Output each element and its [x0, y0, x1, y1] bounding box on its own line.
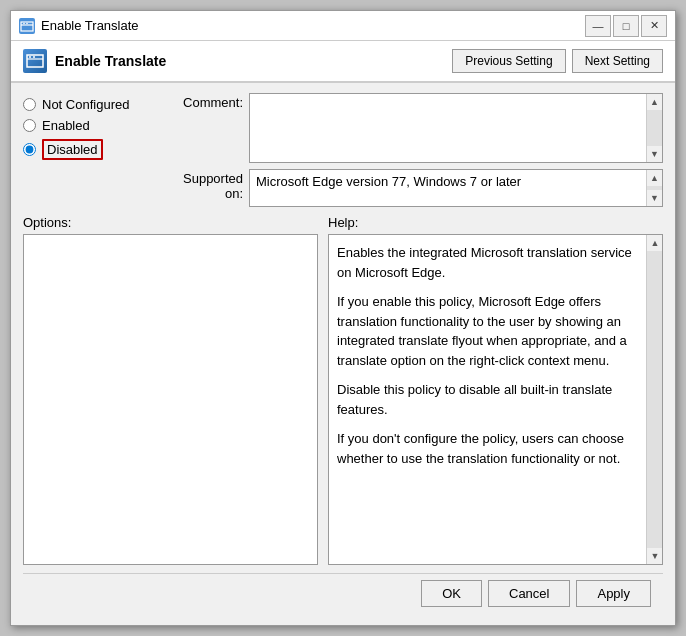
section-labels-row: Options: Help:: [23, 215, 663, 230]
fields-section: Comment: ▲ ▼ Supported on: Microsoft Edg…: [163, 93, 663, 207]
options-panel[interactable]: [23, 234, 318, 565]
comment-scroll-track: [647, 110, 662, 146]
bottom-section: Enables the integrated Microsoft transla…: [23, 234, 663, 565]
ok-button[interactable]: OK: [421, 580, 482, 607]
svg-point-7: [33, 56, 35, 58]
supported-scroll-down[interactable]: ▼: [647, 190, 663, 206]
window-title: Enable Translate: [41, 18, 139, 33]
options-label-container: Options:: [23, 215, 318, 230]
help-text-area: Enables the integrated Microsoft transla…: [329, 235, 646, 564]
help-para-1: Enables the integrated Microsoft transla…: [337, 243, 638, 282]
comment-row: Comment: ▲ ▼: [163, 93, 663, 163]
help-label-container: Help:: [328, 215, 663, 230]
header-left: Enable Translate: [23, 49, 166, 73]
supported-row: Supported on: Microsoft Edge version 77,…: [163, 169, 663, 207]
help-label: Help:: [328, 213, 358, 232]
help-para-4: If you don't configure the policy, users…: [337, 429, 638, 468]
title-controls: — □ ✕: [585, 15, 667, 37]
comment-scroll-down[interactable]: ▼: [647, 146, 663, 162]
svg-point-2: [23, 22, 25, 24]
maximize-button[interactable]: □: [613, 15, 639, 37]
next-setting-button[interactable]: Next Setting: [572, 49, 663, 73]
minimize-button[interactable]: —: [585, 15, 611, 37]
help-scrollbar: ▲ ▼: [646, 235, 662, 564]
comment-scrollbar: ▲ ▼: [646, 94, 662, 162]
comment-field-wrapper: ▲ ▼: [249, 93, 663, 163]
disabled-radio[interactable]: [23, 143, 36, 156]
supported-scrollbar: ▲ ▼: [646, 170, 662, 206]
help-para-2: If you enable this policy, Microsoft Edg…: [337, 292, 638, 370]
enabled-label: Enabled: [42, 118, 90, 133]
supported-label: Supported on:: [163, 169, 243, 201]
close-button[interactable]: ✕: [641, 15, 667, 37]
help-scroll-track: [647, 251, 662, 548]
header-title: Enable Translate: [55, 53, 166, 69]
svg-point-6: [29, 56, 31, 58]
header-icon: [23, 49, 47, 73]
prev-setting-button[interactable]: Previous Setting: [452, 49, 565, 73]
supported-scroll-up[interactable]: ▲: [647, 170, 663, 186]
svg-point-3: [26, 22, 28, 24]
main-content: Not Configured Enabled Disabled Comment:: [11, 83, 675, 625]
apply-button[interactable]: Apply: [576, 580, 651, 607]
help-scroll-down[interactable]: ▼: [647, 548, 663, 564]
help-scroll-up[interactable]: ▲: [647, 235, 663, 251]
top-section: Not Configured Enabled Disabled Comment:: [23, 93, 663, 207]
title-bar: Enable Translate — □ ✕: [11, 11, 675, 41]
help-panel: Enables the integrated Microsoft transla…: [328, 234, 663, 565]
cancel-button[interactable]: Cancel: [488, 580, 570, 607]
disabled-option[interactable]: Disabled: [23, 139, 153, 160]
supported-value: Microsoft Edge version 77, Windows 7 or …: [250, 170, 646, 206]
options-label: Options:: [23, 213, 71, 232]
comment-scroll-up[interactable]: ▲: [647, 94, 663, 110]
footer: OK Cancel Apply: [23, 573, 663, 615]
not-configured-radio[interactable]: [23, 98, 36, 111]
comment-field[interactable]: [250, 94, 646, 162]
main-window: Enable Translate — □ ✕ Enable Translate …: [10, 10, 676, 626]
window-icon: [19, 18, 35, 34]
supported-field-wrapper: Microsoft Edge version 77, Windows 7 or …: [249, 169, 663, 207]
header-buttons: Previous Setting Next Setting: [452, 49, 663, 73]
radio-group: Not Configured Enabled Disabled: [23, 93, 153, 207]
comment-label: Comment:: [163, 93, 243, 110]
help-para-3: Disable this policy to disable all built…: [337, 380, 638, 419]
enabled-option[interactable]: Enabled: [23, 118, 153, 133]
disabled-label: Disabled: [42, 139, 103, 160]
enabled-radio[interactable]: [23, 119, 36, 132]
title-bar-left: Enable Translate: [19, 18, 139, 34]
header-panel: Enable Translate Previous Setting Next S…: [11, 41, 675, 83]
not-configured-option[interactable]: Not Configured: [23, 97, 153, 112]
not-configured-label: Not Configured: [42, 97, 129, 112]
